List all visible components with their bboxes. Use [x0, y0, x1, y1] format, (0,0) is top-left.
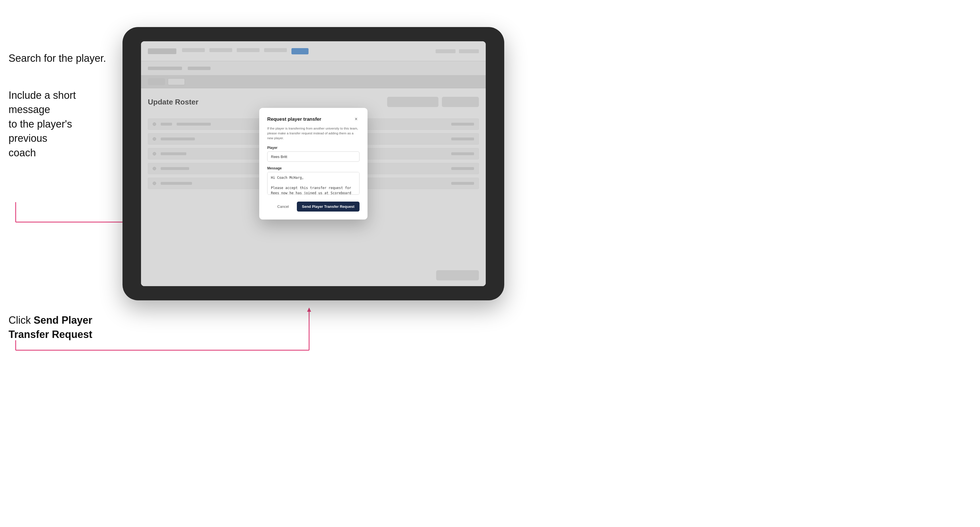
annotation-search: Search for the player. [8, 51, 106, 65]
player-field-label: Player [267, 146, 360, 150]
modal-title: Request player transfer [267, 116, 321, 122]
modal-header: Request player transfer × [267, 116, 360, 123]
message-field-label: Message [267, 166, 360, 170]
modal-close-button[interactable]: × [353, 116, 360, 123]
tablet-frame: Update Roster [123, 27, 504, 300]
annotation-message: Include a short messageto the player's p… [8, 88, 105, 160]
request-transfer-modal: Request player transfer × If the player … [259, 108, 368, 220]
annotation-click: Click Send PlayerTransfer Request [8, 313, 92, 342]
svg-marker-6 [307, 308, 311, 312]
message-textarea[interactable]: Hi Coach McHarg, Please accept this tran… [267, 172, 360, 195]
tablet-screen: Update Roster [141, 41, 486, 286]
modal-overlay: Request player transfer × If the player … [141, 41, 486, 286]
modal-description: If the player is transferring from anoth… [267, 126, 360, 141]
send-transfer-request-button[interactable]: Send Player Transfer Request [297, 202, 360, 211]
cancel-button[interactable]: Cancel [273, 202, 293, 211]
player-search-input[interactable] [267, 151, 360, 162]
modal-footer: Cancel Send Player Transfer Request [267, 202, 360, 211]
